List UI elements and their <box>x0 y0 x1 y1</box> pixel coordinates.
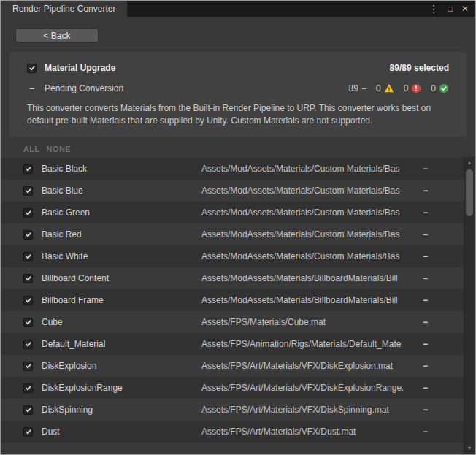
scrollbar-thumb[interactable] <box>466 169 473 216</box>
window-tab[interactable]: Render Pipeline Converter <box>1 1 127 17</box>
row-checkbox[interactable] <box>23 164 33 174</box>
row-checkbox[interactable] <box>23 383 33 393</box>
row-status-dash: − <box>423 427 464 437</box>
row-checkbox[interactable] <box>23 362 33 371</box>
check-icon <box>25 406 32 413</box>
row-checkbox[interactable] <box>23 208 33 218</box>
success-count: 0 <box>431 83 436 93</box>
status-counts: 89 − 0 0 <box>339 83 449 93</box>
warning-count-group: 0 <box>376 83 394 93</box>
success-icon <box>439 83 449 93</box>
row-checkbox[interactable] <box>23 340 33 349</box>
row-checkbox[interactable] <box>23 405 33 415</box>
converter-header-row: Material Upgrade 89/89 selected <box>27 63 449 73</box>
row-status-dash: − <box>423 317 464 327</box>
close-icon[interactable]: ✕ <box>461 4 469 13</box>
material-name: Cube <box>42 317 201 327</box>
material-path: Assets/FPS/Art/Materials/VFX/DiskSpinnin… <box>201 405 423 415</box>
success-count-group: 0 <box>431 83 449 93</box>
check-icon <box>25 231 32 238</box>
row-status-dash: − <box>423 273 464 283</box>
list-item[interactable]: Basic Red Assets/ModAssets/Materials/Cus… <box>1 223 464 245</box>
selected-count: 89/89 selected <box>390 63 449 73</box>
select-all-button[interactable]: ALL <box>23 145 40 153</box>
material-path: Assets/ModAssets/Materials/Custom Materi… <box>201 207 423 218</box>
list-item[interactable]: Basic Green Assets/ModAssets/Materials/C… <box>1 202 464 223</box>
error-count-group: 0 <box>404 83 422 93</box>
list-item[interactable]: Dust Assets/FPS/Art/Materials/VFX/Dust.m… <box>1 421 464 443</box>
material-path: Assets/FPS/Art/Materials/VFX/DiskExplosi… <box>201 383 423 393</box>
list-item[interactable]: Basic White Assets/ModAssets/Materials/C… <box>1 245 464 267</box>
material-name: Basic Blue <box>42 186 201 196</box>
menu-icon[interactable]: ⋮ <box>429 4 439 14</box>
row-checkbox[interactable] <box>23 296 33 305</box>
material-name: Basic Green <box>42 207 201 218</box>
list-item[interactable]: Billboard Frame Assets/ModAssets/Materia… <box>1 289 464 311</box>
back-button[interactable]: < Back <box>15 28 99 42</box>
pending-dash-icon: − <box>361 83 366 93</box>
row-checkbox[interactable] <box>23 186 33 196</box>
row-checkbox[interactable] <box>23 274 33 283</box>
converter-panel: Material Upgrade 89/89 selected − Pendin… <box>9 52 467 137</box>
check-icon <box>25 428 32 435</box>
row-status-dash: − <box>423 186 464 196</box>
list-item[interactable]: Basic Black Assets/ModAssets/Materials/C… <box>1 158 464 180</box>
material-path: Assets/FPS/Animation/Rigs/Materials/Defa… <box>201 339 423 349</box>
row-status-dash: − <box>423 405 464 415</box>
row-status-dash: − <box>423 383 464 393</box>
select-none-button[interactable]: NONE <box>47 145 71 153</box>
warning-count: 0 <box>376 83 381 93</box>
material-path: Assets/FPS/Art/Materials/VFX/Dust.mat <box>201 427 423 437</box>
material-path: Assets/ModAssets/Materials/Custom Materi… <box>201 251 423 261</box>
mixed-checkbox-icon[interactable]: − <box>27 83 37 93</box>
row-checkbox[interactable] <box>23 318 33 327</box>
material-name: Basic Red <box>42 229 201 240</box>
scroll-up-icon[interactable]: ▲ <box>464 157 475 168</box>
material-path: Assets/ModAssets/Materials/Custom Materi… <box>201 164 423 174</box>
material-path: Assets/FPS/Materials/Cube.mat <box>201 317 423 327</box>
title-bar: Render Pipeline Converter ⋮ □ ✕ <box>1 1 475 17</box>
check-icon <box>25 209 32 216</box>
check-icon <box>25 165 32 172</box>
list-item[interactable]: Cube Assets/FPS/Materials/Cube.mat − <box>1 311 464 333</box>
converter-checkbox[interactable] <box>27 64 37 73</box>
material-name: DiskSpinning <box>42 405 201 415</box>
check-icon <box>25 275 32 282</box>
material-name: Billboard Frame <box>42 295 201 305</box>
row-status-dash: − <box>423 361 464 371</box>
pending-count-group: 89 − <box>349 83 366 93</box>
check-icon <box>25 187 32 194</box>
row-status-dash: − <box>423 339 464 349</box>
list-item[interactable]: DiskExplosion Assets/FPS/Art/Materials/V… <box>1 355 464 377</box>
row-checkbox[interactable] <box>23 230 33 240</box>
list-item[interactable]: Billboard Content Assets/ModAssets/Mater… <box>1 267 464 289</box>
list-item[interactable]: Basic Blue Assets/ModAssets/Materials/Cu… <box>1 180 464 202</box>
check-icon <box>25 384 32 391</box>
list-item[interactable]: DiskSpinning Assets/FPS/Art/Materials/VF… <box>1 399 464 421</box>
check-icon <box>28 64 36 72</box>
list-item[interactable]: DiskExplosionRange Assets/FPS/Art/Materi… <box>1 377 464 399</box>
vertical-scrollbar[interactable]: ▲ ▼ <box>464 157 475 454</box>
check-icon <box>25 362 32 370</box>
list-select-controls: ALL NONE <box>23 145 475 153</box>
material-path: Assets/FPS/Art/Materials/VFX/DiskExplosi… <box>201 361 423 371</box>
converter-title: Material Upgrade <box>45 63 115 73</box>
check-icon <box>25 253 32 260</box>
material-list: Basic Black Assets/ModAssets/Materials/C… <box>1 158 464 443</box>
list-item[interactable]: Default_Material Assets/FPS/Animation/Ri… <box>1 333 464 355</box>
maximize-icon[interactable]: □ <box>448 5 453 13</box>
material-name: Billboard Content <box>42 273 201 283</box>
error-count: 0 <box>404 83 409 93</box>
pending-conversion-label: Pending Conversion <box>45 83 123 93</box>
material-name: Basic White <box>42 251 201 261</box>
check-icon <box>25 318 32 326</box>
material-path: Assets/ModAssets/Materials/BillboardMate… <box>201 273 423 283</box>
pending-count: 89 <box>349 83 358 93</box>
row-checkbox[interactable] <box>23 427 33 437</box>
window-title: Render Pipeline Converter <box>12 4 115 14</box>
check-icon <box>25 297 32 304</box>
scroll-down-icon[interactable]: ▼ <box>464 443 475 454</box>
pending-conversion-row: − Pending Conversion 89 − 0 0 <box>27 83 449 93</box>
material-name: Default_Material <box>42 339 201 349</box>
row-checkbox[interactable] <box>23 252 33 261</box>
